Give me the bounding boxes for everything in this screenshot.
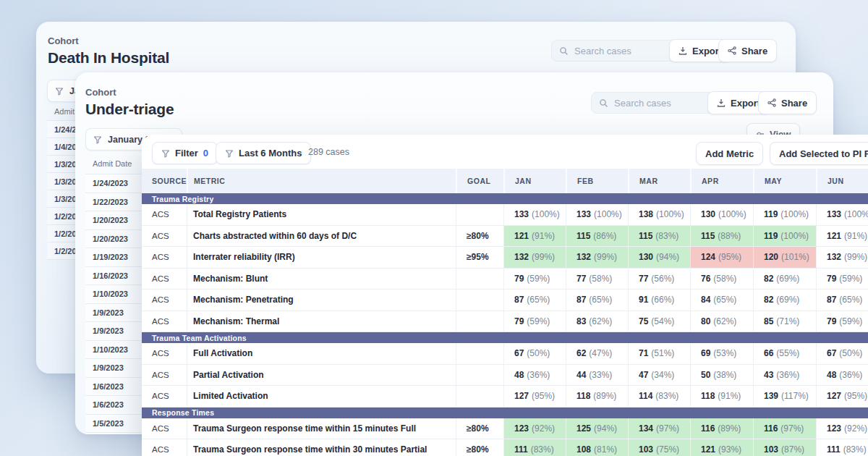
value-percent: (59%)	[839, 316, 862, 326]
value-percent: (83%)	[655, 231, 678, 241]
search-cases-input[interactable]: Search cases	[591, 92, 715, 114]
value-percent: (59%)	[527, 274, 550, 284]
value-number: 124	[701, 252, 715, 262]
metric-row[interactable]: ACSMechanism: Penetrating87(65%)87(65%)9…	[142, 290, 868, 311]
value-percent: (99%)	[844, 252, 867, 262]
metrics-table-header: SOURCEMETRICGOALJANFEBMARAPRMAYJUN	[142, 169, 868, 193]
value-number: 67	[827, 348, 836, 358]
value-cell: 87(65%)	[566, 290, 628, 311]
add-selected-label: Add Selected to PI Review	[779, 148, 868, 159]
metrics-table: SOURCEMETRICGOALJANFEBMARAPRMAYJUN Traum…	[142, 169, 868, 456]
value-percent: (66%)	[651, 295, 674, 305]
share-button[interactable]: Share	[758, 91, 817, 114]
metric-row[interactable]: ACSTrauma Surgeon response time within 3…	[142, 439, 868, 456]
value-cell: 43(36%)	[753, 365, 816, 386]
value-percent: (81%)	[594, 444, 617, 455]
metric-name-cell: Mechanism: Penetrating	[187, 290, 456, 311]
goal-cell	[456, 290, 503, 311]
column-header-jan[interactable]: JAN	[503, 169, 566, 193]
add-metric-button[interactable]: Add Metric	[696, 142, 763, 165]
value-number: 115	[701, 231, 715, 241]
value-number: 79	[827, 316, 836, 326]
column-header-feb[interactable]: FEB	[566, 169, 628, 193]
value-cell: 116(97%)	[753, 418, 816, 439]
value-cell: 103(87%)	[753, 439, 816, 456]
value-cell: 139(117%)	[753, 386, 816, 407]
value-percent: (34%)	[651, 370, 674, 380]
value-cell: 79(59%)	[816, 311, 868, 332]
metric-row[interactable]: ACSCharts abstracted within 60 days of D…	[142, 226, 868, 248]
value-cell: 85(71%)	[753, 311, 816, 332]
value-percent: (65%)	[713, 295, 736, 305]
metric-name-cell: Total Registry Patients	[187, 204, 456, 225]
value-cell: 44(33%)	[566, 365, 628, 386]
metric-name-cell: Mechanism: Thermal	[187, 311, 456, 332]
column-header-source[interactable]: SOURCE	[142, 169, 187, 193]
column-header-may[interactable]: MAY	[753, 169, 816, 193]
filter-label: Filter	[175, 148, 198, 159]
share-icon	[767, 98, 776, 107]
metric-name-cell: Charts abstracted within 60 days of D/C	[187, 226, 456, 247]
value-number: 50	[701, 370, 710, 380]
value-percent: (47%)	[589, 348, 612, 358]
value-cell: 103(75%)	[628, 439, 690, 456]
value-number: 118	[701, 391, 715, 401]
metric-name-cell: Partial Activation	[187, 365, 456, 386]
value-cell: 127(95%)	[503, 386, 566, 407]
source-cell: ACS	[142, 343, 187, 364]
value-cell: 127(95%)	[816, 386, 868, 407]
value-number: 76	[701, 274, 710, 284]
funnel-icon	[161, 149, 170, 158]
value-number: 138	[639, 209, 653, 219]
column-header-apr[interactable]: APR	[690, 169, 753, 193]
value-number: 83	[576, 316, 586, 326]
value-percent: (95%)	[844, 391, 867, 401]
source-cell: ACS	[142, 418, 187, 439]
source-cell: ACS	[142, 269, 187, 290]
goal-cell	[456, 365, 503, 386]
column-header-goal[interactable]: GOAL	[456, 169, 503, 193]
value-cell: 47(34%)	[628, 365, 690, 386]
value-number: 62	[576, 348, 586, 358]
value-percent: (99%)	[532, 252, 555, 262]
date-range-button[interactable]: Last 6 Months	[216, 142, 311, 164]
value-number: 47	[639, 370, 648, 380]
goal-cell	[456, 269, 503, 290]
filter-button[interactable]: Filter 0	[152, 142, 218, 164]
metric-row[interactable]: ACSTrauma Surgeon response time within 1…	[142, 418, 868, 440]
column-header-jun[interactable]: JUN	[816, 169, 868, 193]
metric-row[interactable]: ACSMechanism: Thermal79(59%)83(62%)75(54…	[142, 311, 868, 333]
value-cell: 134(97%)	[628, 418, 690, 439]
metric-row[interactable]: ACSFull Activation67(50%)62(47%)71(51%)6…	[142, 343, 868, 365]
value-cell: 119(100%)	[753, 226, 816, 247]
source-cell: ACS	[142, 226, 187, 247]
share-button[interactable]: Share	[718, 39, 777, 62]
metric-row[interactable]: ACSMechanism: Blunt79(59%)77(58%)77(56%)…	[142, 269, 868, 290]
search-cases-input[interactable]: Search cases	[551, 40, 681, 62]
metric-name-cell: Interrater reliability (IRR)	[187, 247, 456, 268]
value-number: 118	[576, 391, 590, 401]
value-cell: 115(88%)	[690, 226, 753, 247]
metric-row[interactable]: ACSPartial Activation48(36%)44(33%)47(34…	[142, 365, 868, 387]
cases-count: 289 cases	[308, 147, 349, 157]
value-cell: 80(62%)	[690, 311, 753, 332]
add-selected-to-pi-review-button[interactable]: Add Selected to PI Review	[770, 142, 868, 165]
value-cell: 120(101%)	[753, 247, 816, 268]
column-header-mar[interactable]: MAR	[628, 169, 690, 193]
value-cell: 118(89%)	[566, 386, 628, 407]
metric-name-cell: Trauma Surgeon response time within 15 m…	[187, 418, 456, 439]
metric-row[interactable]: ACSInterrater reliability (IRR)≥95%132(9…	[142, 247, 868, 269]
source-cell: ACS	[142, 386, 187, 407]
value-percent: (54%)	[651, 316, 674, 326]
value-cell: 87(65%)	[503, 290, 566, 311]
value-percent: (56%)	[651, 274, 674, 284]
cohort-eyebrow: Cohort	[85, 87, 116, 98]
value-number: 82	[764, 295, 773, 305]
value-cell: 79(59%)	[503, 311, 566, 332]
value-cell: 87(65%)	[816, 290, 868, 311]
value-cell: 71(51%)	[628, 343, 690, 364]
column-header-metric[interactable]: METRIC	[187, 169, 456, 193]
metric-row[interactable]: ACSLimited Activation127(95%)118(89%)114…	[142, 386, 868, 408]
source-cell: ACS	[142, 290, 187, 311]
metric-row[interactable]: ACSTotal Registry Patients133(100%)133(1…	[142, 204, 868, 226]
